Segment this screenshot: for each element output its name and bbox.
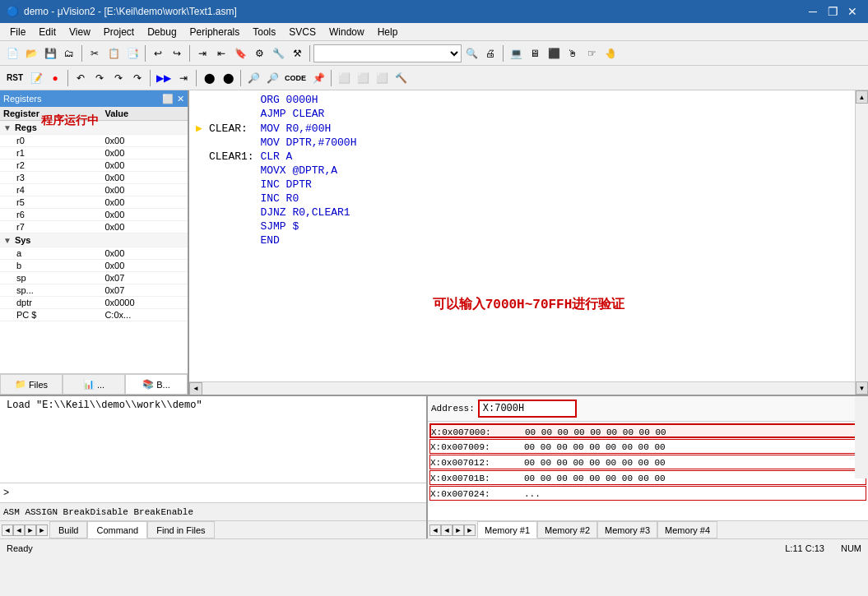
tb-outdent[interactable]: ⇤	[212, 44, 230, 62]
menu-tools[interactable]: Tools	[246, 25, 282, 39]
menu-edit[interactable]: Edit	[32, 25, 63, 39]
menu-peripherals[interactable]: Peripherals	[183, 25, 247, 39]
tb-code[interactable]: CODE	[282, 69, 309, 87]
tab-books[interactable]: 📚 B...	[125, 374, 188, 395]
mem-tab-scroll-l1[interactable]: ◄	[429, 524, 441, 536]
tb-open[interactable]: 📂	[22, 44, 40, 62]
tb-box[interactable]: ⬜	[335, 69, 353, 87]
tb-breakpoint[interactable]: ⬤	[200, 69, 218, 87]
tb-edit-mode[interactable]: 📝	[27, 69, 45, 87]
tab-build[interactable]: Build	[49, 521, 87, 538]
scroll-nav-left: ◄ ◄ ► ►	[0, 521, 49, 538]
output-panel: Load "E:\\Keil\\demo\\work\\demo" > ASM …	[0, 396, 428, 538]
tab-scroll-right2[interactable]: ►	[36, 524, 48, 536]
tb-indent[interactable]: ⇥	[193, 44, 211, 62]
mem-tab-scroll-r2[interactable]: ►	[464, 524, 476, 536]
tb-find[interactable]: 🔍	[462, 44, 480, 62]
tab-memory4[interactable]: Memory #4	[657, 521, 717, 538]
tb-save-all[interactable]: 🗂	[60, 44, 78, 62]
tb-cut[interactable]: ✂	[86, 44, 104, 62]
tb-mem5[interactable]: ☞	[583, 44, 601, 62]
tb-save[interactable]: 💾	[41, 44, 59, 62]
tb-mem2[interactable]: 🖥	[526, 44, 544, 62]
tb-box2[interactable]: ⬜	[354, 69, 372, 87]
tb-tools3[interactable]: 🔧	[269, 44, 287, 62]
minimize-button[interactable]: ─	[804, 2, 822, 21]
scroll-up-btn[interactable]: ▲	[856, 90, 868, 104]
menu-svcs[interactable]: SVCS	[282, 25, 323, 39]
tab-memory1[interactable]: Memory #1	[477, 521, 537, 538]
code-hscroll[interactable]: ◄ ►	[189, 381, 868, 395]
code-editor[interactable]: ORG 0000H AJMP CLEAR ▶ CLEAR: MOV R0,#00…	[189, 90, 868, 381]
code-vscroll[interactable]: ▲ ▼	[855, 90, 868, 395]
mem-scroll-nav: ◄ ◄ ► ►	[428, 521, 477, 538]
tb-paste[interactable]: 📑	[123, 44, 142, 62]
scroll-left-btn[interactable]: ◄	[189, 382, 202, 395]
tb-step-out[interactable]: ↶	[72, 69, 90, 87]
tb-print[interactable]: 🖨	[481, 44, 499, 62]
tb-step-ret[interactable]: ↷	[91, 69, 109, 87]
sys-collapse-icon[interactable]: ▼	[3, 236, 12, 245]
sep9	[240, 70, 241, 86]
address-input[interactable]	[478, 400, 577, 418]
panel-float-icon[interactable]: ⬜	[162, 94, 174, 104]
tb-breakpoint2[interactable]: ⬤	[219, 69, 237, 87]
panel-close-icon[interactable]: ✕	[177, 94, 184, 104]
tab-find-files[interactable]: Find in Files	[147, 521, 214, 538]
tb-new[interactable]: 📄	[3, 44, 21, 62]
tb-zoom[interactable]: 🔎	[244, 69, 262, 87]
menu-project[interactable]: Project	[97, 25, 141, 39]
scroll-track[interactable]	[856, 104, 868, 381]
tb-zoom2[interactable]: 🔎	[263, 69, 281, 87]
regs-collapse-icon[interactable]: ▼	[3, 123, 12, 132]
menu-debug[interactable]: Debug	[141, 25, 183, 39]
restore-button[interactable]: ❐	[824, 2, 842, 21]
close-button[interactable]: ✕	[843, 2, 861, 21]
tb-tools2[interactable]: ⚙	[250, 44, 268, 62]
tab-memory3[interactable]: Memory #3	[597, 521, 657, 538]
tab-dots[interactable]: 📊 ...	[63, 374, 125, 395]
tb-pin[interactable]: 📌	[309, 69, 327, 87]
tb-undo[interactable]: ↩	[149, 44, 167, 62]
tb-step-over[interactable]: ⇥	[174, 69, 193, 87]
code-text: INC R0	[209, 192, 299, 205]
no-arrow	[196, 178, 209, 191]
mem-tab-scroll-r1[interactable]: ►	[453, 524, 464, 536]
tb-redo[interactable]: ↪	[168, 44, 186, 62]
tb-stop[interactable]: ●	[46, 69, 64, 87]
tab-scroll-left2[interactable]: ◄	[13, 524, 25, 536]
tab-files[interactable]: 📁 Files	[0, 374, 63, 395]
target-select[interactable]	[313, 44, 462, 62]
code-text: DJNZ R0,CLEAR1	[209, 206, 350, 219]
tb-mem4[interactable]: 🖱	[564, 44, 582, 62]
tb-run[interactable]: ▶▶	[154, 69, 174, 87]
mem-tab-scroll-l2[interactable]: ◄	[441, 524, 453, 536]
tb-mem3[interactable]: ⬛	[545, 44, 563, 62]
tb-tools4[interactable]: ⚒	[288, 44, 306, 62]
tab-command[interactable]: Command	[87, 521, 147, 538]
tb-bookmark[interactable]: 🔖	[231, 44, 249, 62]
memory-tabs: ◄ ◄ ► ► Memory #1 Memory #2 Memory #3 Me…	[428, 520, 868, 538]
tb-copy[interactable]: 📋	[104, 44, 123, 62]
tb-rst[interactable]: RST	[3, 69, 26, 87]
menu-help[interactable]: Help	[371, 25, 405, 39]
command-input[interactable]	[12, 487, 423, 499]
menu-view[interactable]: View	[63, 25, 97, 39]
tb-mem1[interactable]: 💻	[507, 44, 525, 62]
tab-memory2[interactable]: Memory #2	[537, 521, 597, 538]
scroll-down-btn[interactable]: ▼	[856, 381, 868, 395]
tb-step2[interactable]: ↷	[109, 69, 128, 87]
table-row: b0x00	[0, 260, 188, 272]
mem-val-2: 00 00 00 00 00 00 00 00 00	[521, 455, 669, 469]
memory-vscroll[interactable]	[855, 396, 868, 478]
tb-hammer[interactable]: 🔨	[392, 69, 410, 87]
tb-step3[interactable]: ↷	[128, 69, 146, 87]
tb-mem6[interactable]: 🤚	[601, 44, 620, 62]
tab-scroll-right1[interactable]: ►	[25, 524, 36, 536]
menu-file[interactable]: File	[3, 25, 32, 39]
col-value: Value	[101, 107, 188, 121]
tb-box3[interactable]: ⬜	[373, 69, 391, 87]
running-annotation: 程序运行中	[41, 113, 99, 128]
menu-window[interactable]: Window	[323, 25, 371, 39]
tab-scroll-left1[interactable]: ◄	[2, 524, 13, 536]
